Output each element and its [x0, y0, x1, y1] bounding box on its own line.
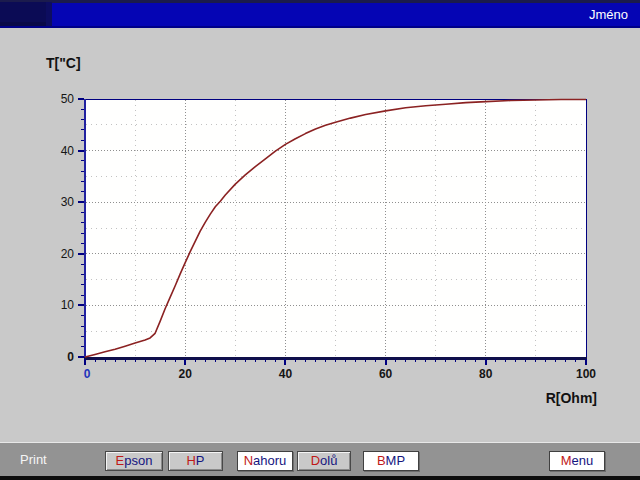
chart-plot: 02040608010001020304050	[40, 85, 620, 415]
y-tick-label: 20	[61, 247, 75, 261]
bmp-hotkey: B	[377, 453, 386, 468]
y-axis-title: T["C]	[46, 55, 81, 71]
y-tick-label: 0	[67, 350, 74, 364]
y-tick-label: 40	[61, 144, 75, 158]
dolu-hotkey: D	[311, 453, 320, 468]
dolu-label: olů	[320, 453, 337, 468]
bmp-label: MP	[386, 453, 406, 468]
screen: Jméno T["C] 02040608010001020304050 R[Oh…	[0, 0, 640, 480]
print-label: Print	[20, 452, 47, 467]
x-axis-title: R[Ohm]	[497, 390, 597, 406]
hp-button[interactable]: HP	[168, 451, 223, 471]
y-tick-label: 30	[61, 195, 75, 209]
title-bar: Jméno	[0, 0, 640, 28]
plot-area	[85, 99, 586, 357]
x-tick-label: 0	[84, 367, 91, 381]
x-tick-label: 60	[379, 367, 393, 381]
app-logo	[0, 2, 52, 26]
bmp-button[interactable]: BMP	[363, 451, 419, 471]
epson-hotkey: E	[116, 453, 125, 468]
menu-hotkey: M	[561, 453, 572, 468]
y-tick-label: 10	[61, 298, 75, 312]
epson-button[interactable]: Epson	[105, 451, 163, 471]
bottom-toolbar: Print Epson HP Nahoru Dolů BMP Menu	[0, 442, 640, 480]
menu-button[interactable]: Menu	[549, 451, 605, 471]
y-tick-label: 50	[61, 92, 75, 106]
hp-hotkey: H	[186, 453, 195, 468]
x-tick-label: 40	[279, 367, 293, 381]
x-tick-label: 80	[479, 367, 493, 381]
nahoru-button[interactable]: Nahoru	[237, 451, 293, 471]
nahoru-hotkey: N	[244, 453, 253, 468]
x-tick-label: 100	[576, 367, 596, 381]
menu-label: enu	[572, 453, 594, 468]
hp-label: P	[196, 453, 205, 468]
epson-label: pson	[124, 453, 152, 468]
window-title: Jméno	[589, 6, 628, 23]
x-tick-label: 20	[179, 367, 193, 381]
dolu-button[interactable]: Dolů	[297, 451, 351, 471]
nahoru-label: ahoru	[253, 453, 286, 468]
